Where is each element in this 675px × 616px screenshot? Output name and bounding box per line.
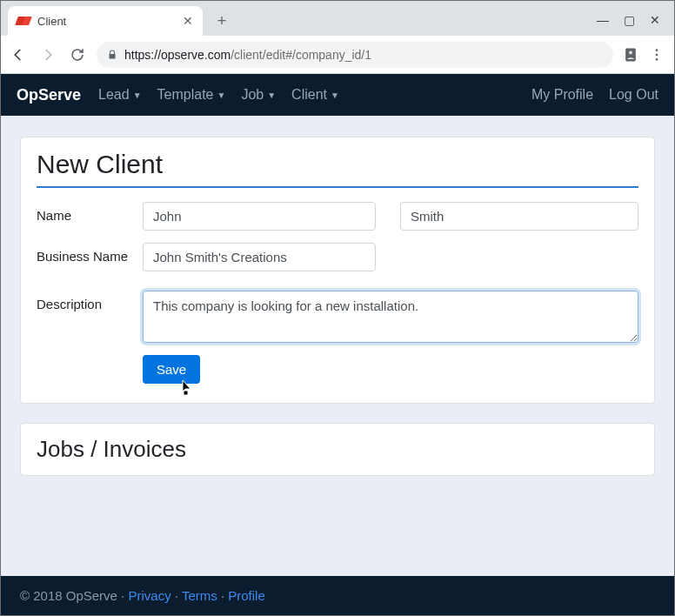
description-input[interactable]: [143, 291, 638, 343]
chevron-down-icon: ▼: [217, 90, 225, 100]
footer: © 2018 OpServe · Privacy · Terms · Profi…: [1, 576, 674, 615]
footer-profile-link[interactable]: Profile: [228, 588, 265, 603]
chevron-down-icon: ▼: [267, 90, 276, 100]
jobs-invoices-card: Jobs / Invoices: [20, 423, 655, 476]
forward-icon[interactable]: [37, 44, 58, 65]
window-controls: — ▢ ✕: [596, 13, 674, 36]
menu-icon[interactable]: [650, 48, 664, 62]
page: OpServe Lead▼ Template▼ Job▼ Client▼ My …: [1, 74, 674, 615]
svg-point-3: [656, 53, 658, 56]
browser-tabstrip: Client ✕ + — ▢ ✕: [1, 1, 674, 36]
address-bar[interactable]: https://opserve.com/client/edit#/company…: [97, 42, 613, 68]
back-icon[interactable]: [8, 44, 29, 65]
account-icon[interactable]: [622, 46, 639, 64]
brand[interactable]: OpServe: [17, 86, 81, 104]
lock-icon: [107, 49, 117, 61]
description-label: Description: [37, 291, 143, 343]
browser-toolbar: https://opserve.com/client/edit#/company…: [1, 36, 674, 74]
browser-tab[interactable]: Client ✕: [8, 6, 203, 36]
business-name-label: Business Name: [37, 243, 143, 271]
new-tab-button[interactable]: +: [210, 9, 234, 33]
first-name-input[interactable]: [143, 202, 376, 231]
svg-rect-0: [625, 48, 636, 61]
reload-icon[interactable]: [67, 44, 88, 65]
content-area: New Client Name Business Name Descriptio…: [1, 116, 674, 576]
page-title: New Client: [37, 150, 638, 188]
svg-rect-5: [184, 391, 188, 395]
footer-terms-link[interactable]: Terms: [182, 588, 217, 603]
name-label: Name: [37, 202, 143, 231]
tab-title: Client: [37, 15, 182, 28]
close-window-icon[interactable]: ✕: [648, 13, 662, 27]
minimize-icon[interactable]: —: [596, 13, 610, 27]
chevron-down-icon: ▼: [331, 90, 339, 100]
nav-template[interactable]: Template▼: [157, 87, 226, 103]
jobs-invoices-heading: Jobs / Invoices: [37, 436, 638, 463]
nav-lead[interactable]: Lead▼: [98, 87, 142, 103]
business-name-input[interactable]: [143, 243, 376, 271]
app-navbar: OpServe Lead▼ Template▼ Job▼ Client▼ My …: [1, 74, 674, 116]
footer-copyright: © 2018 OpServe: [20, 588, 117, 603]
nav-logout[interactable]: Log Out: [609, 87, 658, 103]
nav-job[interactable]: Job▼: [241, 87, 276, 103]
maximize-icon[interactable]: ▢: [622, 13, 636, 27]
favicon-icon: [15, 17, 32, 25]
svg-point-2: [656, 49, 658, 51]
footer-privacy-link[interactable]: Privacy: [128, 588, 170, 603]
chevron-down-icon: ▼: [133, 90, 142, 100]
svg-point-4: [656, 58, 658, 61]
tab-close-icon[interactable]: ✕: [182, 15, 194, 27]
svg-point-1: [629, 50, 632, 54]
nav-links: Lead▼ Template▼ Job▼ Client▼: [98, 87, 339, 103]
last-name-input[interactable]: [400, 202, 638, 231]
new-client-card: New Client Name Business Name Descriptio…: [20, 137, 655, 404]
nav-client[interactable]: Client▼: [291, 87, 339, 103]
nav-my-profile[interactable]: My Profile: [531, 87, 593, 103]
save-button[interactable]: Save: [143, 355, 200, 384]
url-text: https://opserve.com/client/edit#/company…: [124, 48, 371, 62]
